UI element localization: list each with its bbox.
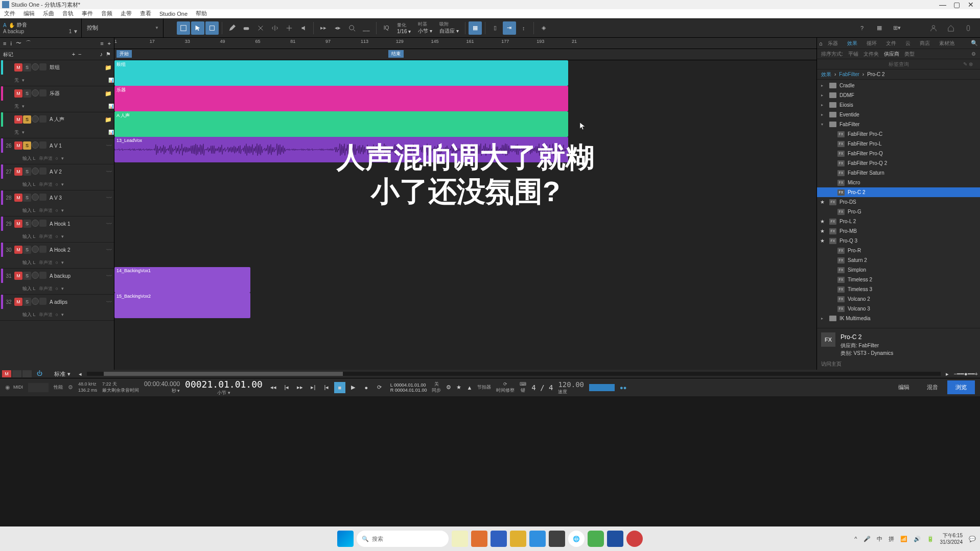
taskbar-app-last[interactable] [626,531,643,547]
track-record[interactable] [32,63,39,70]
audio-clip[interactable]: A 人声 [114,111,568,137]
tray-wifi-icon[interactable]: 📶 [900,536,907,542]
maximize-button[interactable]: ▢ [953,2,960,8]
track-solo[interactable]: S [23,141,31,150]
arrange-view[interactable]: 117334965819711312914516117719321 开始 结束 … [114,38,816,370]
mode-browse[interactable]: 浏览 [947,380,975,394]
track-record[interactable] [32,272,39,279]
tray-volume-icon[interactable]: 🔊 [914,536,921,542]
tab-loops[interactable]: 循环 [862,39,881,48]
global-mute[interactable]: M [2,370,11,377]
track-monitor[interactable] [39,167,46,175]
prev-button[interactable]: |◂ [281,382,292,393]
sort-flat[interactable]: 平铺 [848,51,858,58]
iq-button[interactable]: IQ [380,21,393,35]
track-expand-icon[interactable]: 〰 [106,142,114,149]
browser-footer[interactable]: 访问主页 [817,358,980,370]
paint-tool[interactable] [254,21,267,35]
track-record[interactable] [32,220,39,227]
menu-audio[interactable]: 音频 [101,10,112,17]
sort-folder[interactable]: 文件夹 [864,51,879,58]
track-record[interactable] [32,246,39,253]
track-expand-icon[interactable]: 〰 [106,221,114,227]
audio-clip[interactable]: 15_BackingVox2 [114,293,250,318]
pointer-tool[interactable] [191,21,204,35]
timebase-snap[interactable]: 时基 小节 ▾ [415,21,435,35]
tree-plugin[interactable]: FXFabFilter Pro-Q [817,149,980,158]
search-icon[interactable]: 🔍 [971,40,978,46]
clips-area[interactable]: 鼓组乐器A 人声13_LeadVox14_BackingVox115_Backi… [114,60,816,346]
track-mute[interactable]: M [14,246,22,254]
add-marker-icon[interactable]: + [72,51,75,58]
marker-strip[interactable]: 开始 结束 [114,49,816,60]
track-monitor[interactable] [39,298,46,305]
tray-ime-2[interactable]: 拼 [889,535,894,543]
track-record[interactable] [32,167,39,175]
loop-range[interactable]: L 00004.01.01.00 R 00004.01.01.00 [390,382,427,393]
track-solo[interactable]: S [23,298,31,306]
menu-edit[interactable]: 编辑 [24,10,35,17]
marker-flag-icon[interactable]: ⚑ [106,51,111,58]
track-solo[interactable]: S [23,272,31,280]
track-header[interactable]: 28 M S A V 3 〰 输入 L 单声道 ○ ▾ [0,190,114,217]
rtz-button[interactable]: |◂ [321,382,332,393]
track-solo[interactable]: S [23,194,31,202]
tab-files[interactable]: 文件 [882,39,900,48]
track-solo[interactable]: S [23,115,31,124]
track-header[interactable]: 27 M S A V 2 〰 输入 L 单声道 ○ ▾ [0,164,114,190]
tree-plugin[interactable]: FXPro-R [817,246,980,255]
mode-mix[interactable]: 混音 [919,380,946,394]
menu-song[interactable]: 乐曲 [43,10,54,17]
range-tool[interactable] [205,21,219,35]
video-button[interactable]: ▦ [873,21,886,35]
tree-folder[interactable]: Eiosis [817,100,980,110]
play-button[interactable]: ▶ [347,382,359,393]
sort-opt-icon[interactable]: ⚙ [971,51,976,57]
tree-folder[interactable]: Eventide [817,110,980,119]
auto-scroll-3[interactable]: ↕ [517,21,530,35]
track-header[interactable]: 29 M S A Hook 1 〰 输入 L 单声道 ○ ▾ [0,217,114,243]
track-monitor[interactable] [39,63,46,70]
split-tool[interactable] [268,21,282,35]
automation-icon[interactable]: 〜 [16,39,21,47]
taskbar-app-1[interactable] [452,531,468,547]
bell-icon[interactable] [962,21,975,35]
taskbar-wechat[interactable] [588,531,604,547]
tray-battery-icon[interactable]: 🔋 [927,536,934,542]
timeline-ruler[interactable]: 117334965819711312914516117719321 [114,38,816,49]
help-button[interactable]: ? [855,21,869,35]
menu-track[interactable]: 音轨 [62,10,74,17]
tree-plugin[interactable]: FXPro-C 2 [817,187,980,197]
autopunch[interactable]: ◈ [537,21,550,35]
power-icon[interactable]: ⏻ [37,370,44,377]
track-mute[interactable]: M [14,141,22,150]
rewind-button[interactable]: ◂◂ [268,382,279,393]
star-icon[interactable]: ★ [456,384,461,391]
tray-notification-icon[interactable]: 💬 [969,536,976,542]
sort-vendor[interactable]: 供应商 [884,51,899,58]
breadcrumb-effects[interactable]: 效果 [821,71,831,78]
horizontal-scrollbar[interactable] [87,372,941,376]
marker-music-icon[interactable]: ♪ [100,51,103,58]
tree-plugin[interactable]: FXFabFilter Pro-C [817,129,980,139]
tree-plugin[interactable]: FXFabFilter Pro-L [817,139,980,149]
menu-help[interactable]: 帮助 [196,10,207,17]
snap-tool[interactable]: ◂▸ [331,21,344,35]
browser-tree[interactable]: CradleDDMFEiosisEventideFabFilterFXFabFi… [817,80,980,328]
list-view-icon[interactable]: ≡ [3,40,6,46]
listen-tool[interactable] [297,21,310,35]
mode-edit[interactable]: 编辑 [890,380,918,394]
track-solo[interactable]: S [23,246,31,254]
ripple-tool[interactable]: ▸▸ [317,21,330,35]
tempo-display[interactable]: 120.00 [558,380,584,389]
track-monitor[interactable] [39,194,46,201]
menu-studioone[interactable]: Studio One [159,11,188,17]
marker-start[interactable]: 开始 [116,50,132,58]
record-button[interactable]: ● [361,382,372,393]
global-solo-2[interactable] [22,370,32,377]
snap-mode[interactable]: 吸附 自适应 ▾ [436,21,462,35]
track-record[interactable] [32,89,39,97]
track-header[interactable]: 31 M S A backup 〰 输入 L 单声道 ○ ▾ [0,269,114,295]
collapse-icon[interactable]: ≡ [100,40,103,46]
timesig[interactable]: 4 / 4 [531,384,553,392]
